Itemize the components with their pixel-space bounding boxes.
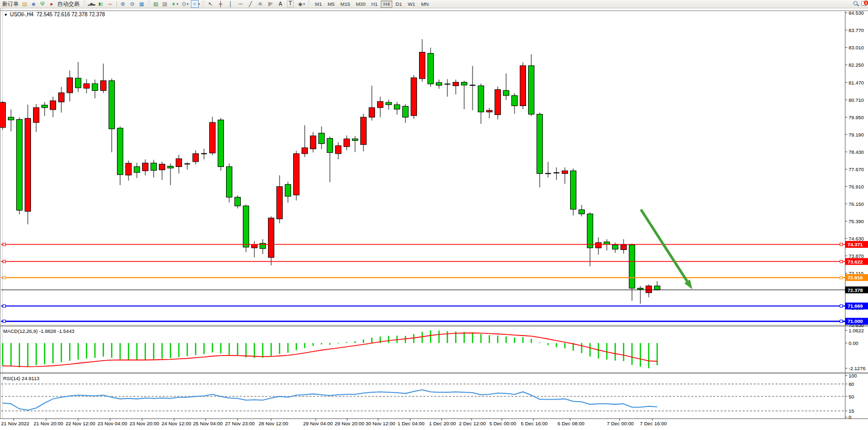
cursor-icon[interactable]: ↖ — [207, 1, 214, 7]
candle-doji — [201, 153, 207, 154]
chevron-down-icon[interactable]: ▾ — [198, 2, 200, 6]
candle-body — [269, 218, 274, 257]
candle-body — [168, 166, 174, 168]
price-tick-label: 79.190 — [849, 132, 864, 138]
horizontal-line-icon[interactable]: ─ — [237, 1, 244, 7]
zoom-in-icon[interactable]: ⊕ — [120, 1, 126, 7]
chart-window[interactable]: 84.53083.77083.01082.25081.47080.71079.9… — [0, 8, 868, 430]
candle-body — [218, 120, 224, 166]
timeframe-button-m5[interactable]: M5 — [325, 1, 337, 8]
candle-body — [638, 288, 644, 289]
candle-body — [227, 166, 232, 197]
line-anchor[interactable] — [840, 243, 843, 246]
candle-body — [503, 90, 509, 96]
candle-body — [613, 245, 618, 249]
candle-body — [327, 139, 333, 153]
new-order-button[interactable]: 新订单 — [1, 1, 20, 7]
chevron-down-icon[interactable]: ▾ — [187, 2, 189, 6]
time-tick-label: 23 Nov 04:00 — [98, 421, 127, 426]
candle-body — [101, 81, 106, 91]
text-icon[interactable]: A — [277, 1, 284, 7]
toolbar-left-icons: ▤☻Ψ● — [22, 1, 55, 7]
bar-chart-icon[interactable]: ▂▅▃ — [88, 1, 95, 7]
line-anchor[interactable] — [840, 305, 843, 307]
crosshair-icon[interactable]: ┼ — [217, 1, 224, 7]
line-anchor[interactable] — [3, 276, 6, 279]
rsi-tick-label: 50 — [849, 394, 854, 400]
line-anchor[interactable] — [840, 276, 843, 279]
candle-body — [42, 105, 48, 108]
tile-windows-icon[interactable]: ▦ — [138, 1, 145, 7]
candle-body — [92, 83, 98, 90]
profile-icon[interactable]: ☻ — [30, 1, 37, 7]
chevron-down-icon[interactable]: ▾ — [177, 2, 179, 6]
indicator-window-icon[interactable]: ▧ — [153, 1, 159, 7]
candle-body — [587, 214, 593, 248]
chart-ohlc-quote: 72.545 72.616 72.378 72.378 — [37, 12, 105, 17]
line-anchor[interactable] — [3, 243, 6, 246]
rsi-tick-label: 100 — [849, 373, 857, 379]
templates-icon[interactable]: ≈ — [191, 0, 199, 8]
orders-icon[interactable]: ▤ — [22, 1, 28, 7]
line-chart-icon[interactable]: ∼ — [107, 1, 114, 7]
candle-body — [621, 245, 627, 249]
price-tick-label: 84.530 — [849, 10, 864, 16]
notification-icon[interactable]: 1 — [861, 1, 868, 7]
line-anchor[interactable] — [3, 305, 6, 307]
level-price-label: 73.622 — [848, 259, 863, 265]
chart-canvas[interactable]: 84.53083.77083.01082.25081.47080.71079.9… — [0, 8, 868, 430]
candlestick-icon[interactable]: ▮▯ — [98, 1, 104, 7]
objects-window-icon[interactable]: ▨ — [162, 1, 168, 7]
candle-body — [143, 163, 148, 171]
candle-body — [478, 86, 484, 112]
candle-body — [403, 106, 409, 117]
candle-body — [59, 93, 65, 102]
trendline-icon[interactable]: ╱ — [247, 1, 254, 7]
timeframe-button-h4[interactable]: H4 — [381, 1, 392, 8]
candle-body — [67, 78, 73, 93]
autotrade-icon[interactable]: ● — [48, 1, 55, 7]
vertical-line-icon[interactable]: │ — [227, 1, 234, 7]
chart-menu-icon[interactable]: ▼ — [4, 13, 8, 17]
rsi-tick-label: 15 — [849, 408, 854, 414]
fibonacci-icon[interactable]: ⁄E — [257, 1, 264, 7]
time-tick-label: 1 Dec 04:00 — [398, 421, 424, 426]
time-tick-label: 2 Dec 12:00 — [459, 421, 486, 426]
candle-body — [487, 110, 492, 112]
label-icon[interactable]: T — [287, 1, 294, 7]
trend-arrow[interactable] — [641, 209, 687, 281]
price-tick-label: 79.950 — [849, 114, 864, 120]
timeframe-button-w1[interactable]: W1 — [405, 1, 417, 8]
candle-body — [84, 83, 90, 88]
line-anchor[interactable] — [3, 260, 6, 263]
candle-body — [76, 78, 81, 88]
zoom-out-icon[interactable]: ⊖ — [129, 1, 136, 7]
timeframe-button-m30[interactable]: M30 — [353, 1, 368, 8]
chevron-down-icon[interactable]: ▾ — [303, 2, 305, 6]
search-icon[interactable] — [852, 1, 859, 7]
time-tick-label: 21 Nov 20:00 — [34, 421, 63, 426]
timeframe-button-m15[interactable]: M15 — [338, 1, 352, 8]
level-price-label: 71.000 — [848, 318, 863, 324]
timeframe-button-h1[interactable]: H1 — [369, 1, 380, 8]
timeframe-button-mn[interactable]: MN — [419, 1, 432, 8]
line-anchor[interactable] — [3, 320, 6, 322]
time-tick-label: 25 Nov 04:00 — [193, 421, 223, 426]
toolbar-grip — [148, 1, 150, 7]
line-anchor[interactable] — [840, 260, 843, 263]
timeframe-buttons: M1M5M15M30H1H4D1W1MN — [313, 1, 432, 8]
auto-trading-button[interactable]: 自动交易 — [57, 1, 81, 7]
timeframe-button-d1[interactable]: D1 — [393, 1, 404, 8]
price-tick-label: 78.430 — [849, 149, 864, 155]
time-tick-label: 21 Nov 2022 — [1, 421, 29, 426]
signals-icon[interactable]: Ψ — [39, 1, 46, 7]
channel-icon[interactable]: ∥F — [267, 1, 274, 7]
timeframe-button-m1[interactable]: M1 — [313, 1, 325, 8]
candle-body — [629, 245, 635, 288]
macd-signal-line — [3, 333, 657, 366]
candle-body — [8, 117, 14, 120]
line-anchor[interactable] — [840, 320, 843, 322]
candle-body — [352, 139, 358, 140]
price-tick-label: 75.390 — [849, 218, 864, 224]
rsi-line — [3, 390, 657, 410]
